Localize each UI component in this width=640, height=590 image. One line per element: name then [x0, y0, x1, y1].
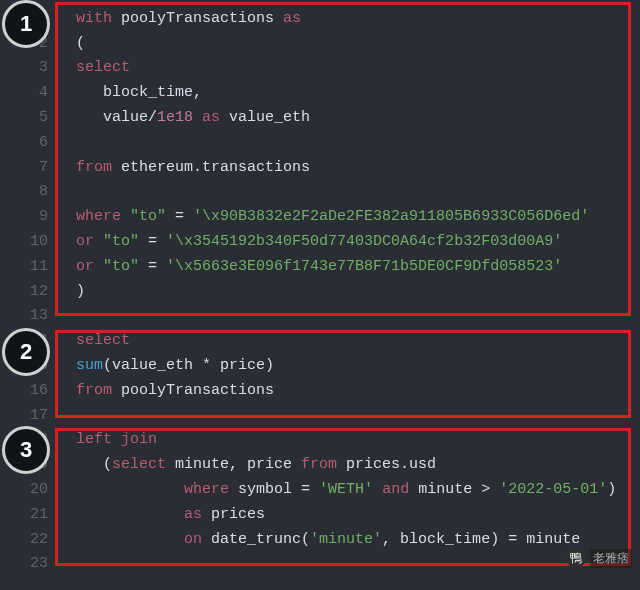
code-line: 3 select — [0, 56, 640, 81]
code-lines: 1 with poolyTransactions as2 (3 select4 … — [0, 0, 640, 576]
code-content: ( — [58, 35, 85, 52]
line-number: 18 — [0, 431, 58, 448]
line-number: 8 — [0, 183, 58, 200]
code-line: 4 block_time, — [0, 80, 640, 105]
code-content: as prices — [58, 506, 265, 523]
line-number: 14 — [0, 332, 58, 349]
code-content: select — [58, 59, 130, 76]
code-line: 23 — [0, 552, 640, 577]
code-content: ) — [58, 283, 85, 300]
line-number: 21 — [0, 506, 58, 523]
code-content: with poolyTransactions as — [58, 10, 301, 27]
code-line: 10 or "to" = '\x3545192b340F50d77403DC0A… — [0, 229, 640, 254]
code-line: 1 with poolyTransactions as — [0, 6, 640, 31]
line-number: 11 — [0, 258, 58, 275]
code-editor: 1 with poolyTransactions as2 (3 select4 … — [0, 0, 640, 590]
line-number: 5 — [0, 109, 58, 126]
line-number: 19 — [0, 456, 58, 473]
code-line: 7 from ethereum.transactions — [0, 155, 640, 180]
line-number: 7 — [0, 159, 58, 176]
code-line: 8 — [0, 180, 640, 205]
code-line: 22 on date_trunc('minute', block_time) =… — [0, 527, 640, 552]
line-number: 3 — [0, 59, 58, 76]
code-line: 21 as prices — [0, 502, 640, 527]
code-line: 13 — [0, 304, 640, 329]
code-content: where "to" = '\x90B3832e2F2aDe2FE382a911… — [58, 208, 589, 225]
code-line: 17 — [0, 403, 640, 428]
code-content: from poolyTransactions — [58, 382, 274, 399]
line-number: 22 — [0, 531, 58, 548]
code-line: 9 where "to" = '\x90B3832e2F2aDe2FE382a9… — [0, 204, 640, 229]
line-number: 13 — [0, 307, 58, 324]
line-number: 12 — [0, 283, 58, 300]
code-content — [58, 407, 76, 424]
code-content: on date_trunc('minute', block_time) = mi… — [58, 531, 580, 548]
line-number: 10 — [0, 233, 58, 250]
code-line: 2 ( — [0, 31, 640, 56]
line-number: 20 — [0, 481, 58, 498]
line-number: 16 — [0, 382, 58, 399]
code-content: (select minute, price from prices.usd — [58, 456, 436, 473]
code-line: 16 from poolyTransactions — [0, 378, 640, 403]
line-number: 17 — [0, 407, 58, 424]
code-content: block_time, — [58, 84, 202, 101]
code-content: select — [58, 332, 130, 349]
code-content: where symbol = 'WETH' and minute > '2022… — [58, 481, 616, 498]
code-line: 12 ) — [0, 279, 640, 304]
line-number: 23 — [0, 555, 58, 572]
code-line: 15 sum(value_eth * price) — [0, 353, 640, 378]
code-line: 11 or "to" = '\x5663e3E096f1743e77B8F71b… — [0, 254, 640, 279]
line-number: 15 — [0, 357, 58, 374]
code-line: 19 (select minute, price from prices.usd — [0, 452, 640, 477]
code-content: or "to" = '\x3545192b340F50d77403DC0A64c… — [58, 233, 562, 250]
code-content: from ethereum.transactions — [58, 159, 310, 176]
code-content: sum(value_eth * price) — [58, 357, 274, 374]
code-line: 6 — [0, 130, 640, 155]
code-content — [58, 307, 76, 324]
line-number: 6 — [0, 134, 58, 151]
line-number: 9 — [0, 208, 58, 225]
code-content: left join — [58, 431, 157, 448]
code-content — [58, 555, 76, 572]
line-number: 2 — [0, 35, 58, 52]
code-content: or "to" = '\x5663e3E096f1743e77B8F71b5DE… — [58, 258, 562, 275]
code-line: 14 select — [0, 328, 640, 353]
line-number: 4 — [0, 84, 58, 101]
code-content: value/1e18 as value_eth — [58, 109, 310, 126]
line-number: 1 — [0, 10, 58, 27]
code-content — [58, 183, 76, 200]
code-content — [58, 134, 76, 151]
code-line: 18 left join — [0, 428, 640, 453]
code-line: 5 value/1e18 as value_eth — [0, 105, 640, 130]
code-line: 20 where symbol = 'WETH' and minute > '2… — [0, 477, 640, 502]
